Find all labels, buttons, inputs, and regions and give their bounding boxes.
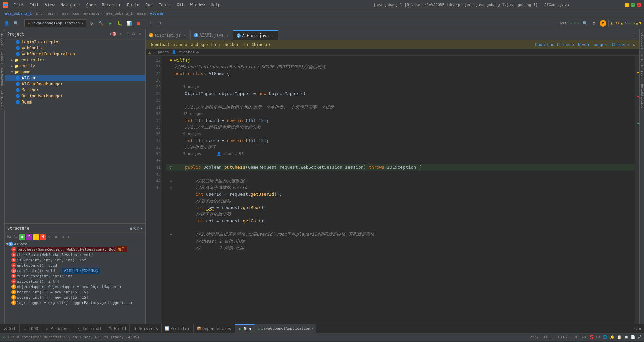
tree-entity[interactable]: ▶ 📁 entity [5, 63, 145, 69]
breadcrumb-aigame[interactable]: AIGame [150, 11, 163, 16]
grammar-download-button[interactable]: Download Chinese [535, 42, 574, 47]
sort-alpha[interactable]: Aa [6, 234, 12, 240]
bottom-tab-services[interactable]: ⚙ Services [130, 324, 162, 333]
maximize-button[interactable]: □ [631, 3, 635, 7]
fold-marker-33[interactable]: @ [170, 164, 172, 171]
struct-filter3[interactable]: ! [33, 234, 39, 240]
fold-36[interactable]: ◆ [170, 184, 172, 191]
bottom-tab-dependencies[interactable]: 📦 Dependencies [194, 324, 235, 333]
structure-emptyBoard[interactable]: m emptyBoard(): void [5, 263, 145, 268]
tree-Matcher[interactable]: 🔵 Matcher [5, 87, 145, 93]
struct-filter4[interactable]: M [40, 234, 46, 240]
menu-edit[interactable]: Edit [26, 2, 42, 8]
sidebar-structure2[interactable]: Structure [0, 88, 5, 111]
toolbar-icon-search[interactable]: 🔍 [12, 19, 20, 27]
bottom-tab-git[interactable]: ⎇ Git [0, 324, 20, 333]
breadcrumb-java[interactable]: java [60, 11, 69, 16]
structure-isOver[interactable]: m isOver(int, int, int, int): int [5, 257, 145, 263]
user-avatar[interactable]: x [600, 20, 606, 27]
sidebar-database[interactable]: Database [640, 29, 644, 51]
right-gutter[interactable] [635, 56, 639, 324]
minimize-button[interactable]: — [625, 3, 629, 7]
bottom-tab-profiler[interactable]: 📊 Profiler [162, 324, 194, 333]
menu-tools[interactable]: Tools [156, 2, 173, 8]
structure-tupleScore[interactable]: m tupleScore(int, int): int [5, 273, 145, 279]
tab-close-aiscript[interactable]: ✕ [182, 33, 187, 38]
sogou-icon[interactable]: S [590, 334, 594, 341]
breadcrumb-main[interactable]: main [47, 11, 56, 16]
bottom-tab-build[interactable]: 🔨 Build [105, 324, 130, 333]
tab-AIGame[interactable]: J AIGame.java ✕ [233, 30, 278, 40]
tree-game[interactable]: ▼ 📂 game [5, 69, 145, 75]
charset[interactable]: UTF-8 [557, 335, 571, 339]
code-editor[interactable]: ● @Slf4j //@Scope(ConfigurableBeanFactor… [162, 56, 635, 324]
bottom-tab-run[interactable]: ▶ Run [235, 324, 255, 333]
run-tab-close[interactable]: ✕ [312, 326, 314, 331]
tree-WebConfig[interactable]: 🔵 WebConfig [5, 45, 145, 51]
structure-concluate[interactable]: m concluate(): void AI算法生成落子坐标 [5, 268, 145, 273]
panel-settings-icon[interactable]: ⚙ [634, 326, 637, 331]
tree-AIGame[interactable]: 🔵 AIGame [5, 75, 145, 81]
build-status-text[interactable]: Build completed successfully in 7 sec, 6… [7, 335, 141, 339]
cursor-position[interactable]: 22:7 [528, 335, 540, 339]
ime-indicator[interactable]: 中 [596, 335, 600, 340]
tabs-more-button[interactable]: ⋮ [629, 33, 639, 40]
menu-navigate[interactable]: Navigate [58, 2, 83, 8]
project-hide[interactable]: ✕ [137, 31, 143, 37]
struct-filter1[interactable]: ● [19, 234, 25, 240]
project-settings[interactable]: ⚙ [131, 31, 136, 37]
struct-filter8[interactable]: ⊟ [66, 234, 72, 240]
menu-refactor[interactable]: Refactor [99, 2, 124, 8]
menu-view[interactable]: View [42, 2, 57, 8]
structure-sort[interactable]: ⇅ [130, 226, 132, 231]
tree-AIGameRoomManager[interactable]: 🔵 AIGameRoomManager [5, 81, 145, 87]
toolbar-reload[interactable]: ↻ [88, 19, 96, 27]
tree-Room[interactable]: 🔵 Room [5, 99, 145, 105]
ime-status[interactable]: 🌐 [603, 335, 607, 339]
structure-collapse[interactable]: ⇱ [133, 226, 136, 231]
bottom-tab-problems[interactable]: ⚠ Problems [42, 324, 74, 333]
structure-hide[interactable]: ✕ [140, 226, 143, 231]
line-ending[interactable]: CRLF [543, 335, 554, 339]
toolbar-git-update[interactable]: ⬇ [147, 19, 155, 27]
close-button[interactable]: ✕ [637, 3, 641, 7]
toolbar-debug[interactable]: 🐛 [116, 19, 124, 27]
toolbar-coverage[interactable]: 📊 [125, 19, 133, 27]
tab-AIAPI[interactable]: J AIAPI.java ✕ [191, 30, 233, 40]
breadcrumb-src[interactable]: src [36, 11, 43, 16]
toolbar-settings[interactable]: ⚙ [590, 19, 598, 27]
bottom-tab-todo[interactable]: ☐ TODO [20, 324, 42, 333]
tab-aiscript[interactable]: js aiscript.js ✕ [146, 30, 191, 40]
run-config-selector[interactable]: ☕ JavaGobang1Application ▼ [24, 19, 86, 27]
grammar-settings-icon[interactable]: ⚙ [633, 42, 635, 47]
toolbar-stop[interactable]: ⏹ [135, 19, 143, 27]
toolbar-git-push[interactable]: ⬆ [156, 19, 164, 27]
structure-aiLocation[interactable]: m aiLocation(): int[] [5, 279, 145, 284]
struct-filter6[interactable]: ◉ [53, 234, 59, 240]
toolbar-build[interactable]: 🔨 [97, 19, 105, 27]
menu-build[interactable]: Build [124, 2, 142, 8]
menu-run[interactable]: Run [143, 2, 155, 8]
structure-score[interactable]: f score: int[][] = new int[15][15] [5, 295, 145, 300]
tab-close-AIGame[interactable]: ✕ [270, 33, 275, 38]
toolbar-icon-user[interactable]: 👤 [3, 19, 11, 27]
menu-code[interactable]: Code [84, 2, 99, 8]
breadcrumb-example[interactable]: example [84, 11, 99, 16]
struct-filter7[interactable]: ⊞ [60, 234, 66, 240]
structure-objectMapper[interactable]: f objectMapper: ObjectMapper = new Objec… [5, 284, 145, 289]
grammar-never-button[interactable]: Never suggest Chinese [578, 42, 629, 47]
breadcrumb-com[interactable]: com [73, 11, 79, 16]
code-container[interactable]: 22 23 24 26 28 29 30 31 33 34 35 36 [146, 56, 639, 324]
toolbar-search-global[interactable]: 🔍 [581, 19, 589, 27]
sort-alpha2[interactable]: Az [13, 234, 19, 240]
breadcrumb-game[interactable]: game [137, 11, 146, 16]
project-collapse[interactable]: ⇱ [118, 31, 123, 37]
structure-putChess[interactable]: m putChess(GameRequest, WebSocketSession… [5, 247, 145, 252]
tree-LoginInterceptor[interactable]: 🔵 LoginInterceptor [5, 39, 145, 45]
sidebar-chatgpt[interactable]: ChatGPT Plus [640, 51, 644, 81]
language-indicator[interactable]: UTF-8 [574, 335, 587, 339]
menu-git[interactable]: Git [174, 2, 187, 8]
structure-board[interactable]: f board: int[][] = new int[15][15] [5, 289, 145, 295]
tab-close-AIAPI[interactable]: ✕ [225, 33, 230, 38]
menu-help[interactable]: Help [208, 2, 223, 8]
